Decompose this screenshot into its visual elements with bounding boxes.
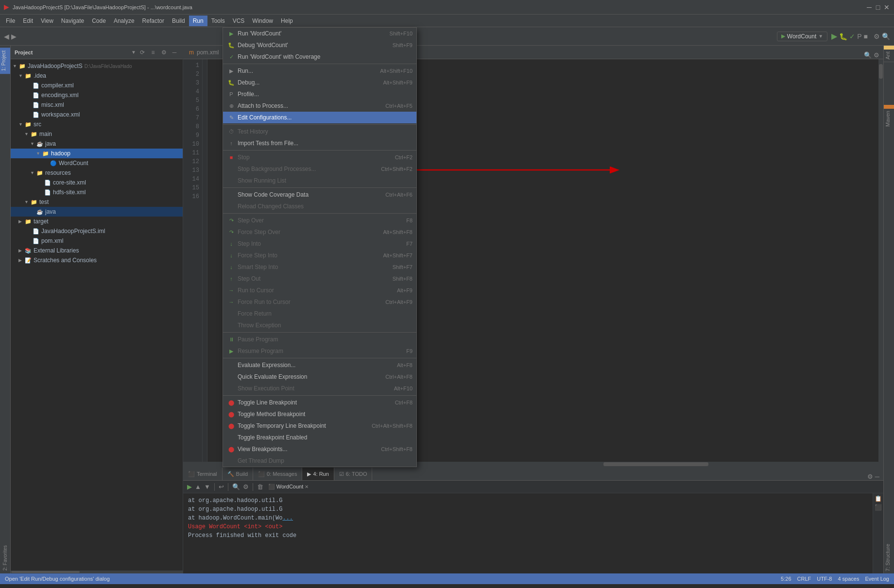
dd-toggle-bp-enabled[interactable]: Toggle Breakpoint Enabled	[223, 432, 416, 443]
dd-toggle-method-bp[interactable]: ⬤ Toggle Method Breakpoint	[223, 408, 416, 420]
stop-button[interactable]: ■	[864, 33, 868, 40]
tree-item-iml[interactable]: 📄 JavaHadoopProjectS.iml	[11, 226, 183, 236]
dd-debug-wordcount[interactable]: 🐛 Debug 'WordCount' Shift+F9	[223, 39, 416, 51]
editor-search-icon[interactable]: 🔍	[864, 51, 872, 59]
tree-item-misc[interactable]: 📄 misc.xml	[11, 100, 183, 110]
tree-item-compiler[interactable]: 📄 compiler.xml	[11, 81, 183, 90]
bottom-hide-icon[interactable]: ─	[875, 473, 879, 480]
project-panel-tab[interactable]: 1: Project	[0, 48, 10, 74]
dd-debug-any[interactable]: 🐛 Debug... Alt+Shift+F9	[223, 77, 416, 88]
bottom-right-icon2[interactable]: ⬛	[875, 504, 882, 511]
menu-file[interactable]: File	[2, 16, 19, 26]
dd-toggle-line-bp[interactable]: ⬤ Toggle Line Breakpoint Ctrl+F8	[223, 397, 416, 408]
run-filter-icon[interactable]: 🔍	[232, 483, 240, 490]
profile-button[interactable]: P	[857, 33, 861, 40]
dd-quick-eval[interactable]: Quick Evaluate Expression Ctrl+Alt+F8	[223, 371, 416, 383]
editor-gear-icon[interactable]: ⚙	[874, 51, 879, 59]
tab-run[interactable]: ▶ 4: Run	[302, 468, 334, 480]
tree-item-extlibs[interactable]: ▶ 📚 External Libraries	[11, 246, 183, 255]
menu-build[interactable]: Build	[168, 16, 189, 26]
menu-run[interactable]: Run	[189, 16, 207, 26]
favorites-tab[interactable]: 2: Favorites	[1, 542, 9, 573]
debug-button[interactable]: 🐛	[839, 33, 847, 40]
run-config-selector[interactable]: ▶ WordCount ▼	[777, 32, 827, 41]
tab-messages[interactable]: ⬛ 0: Messages	[253, 468, 302, 480]
bottom-right-icon1[interactable]: 📋	[875, 495, 882, 502]
bottom-settings-icon[interactable]: ⚙	[867, 473, 873, 480]
search-button[interactable]: 🔍	[882, 33, 890, 40]
dd-import-tests[interactable]: ↑ Import Tests from File...	[223, 137, 416, 149]
tree-item-hadoop[interactable]: ▼ 📁 hadoop	[11, 149, 183, 158]
tree-item-core-site[interactable]: 📄 core-site.xml	[11, 178, 183, 187]
menu-tools[interactable]: Tools	[207, 16, 229, 26]
tree-item-workspace[interactable]: 📄 workspace.xml	[11, 110, 183, 119]
toolbar-back-icon[interactable]: ◀	[4, 33, 9, 40]
tree-item-scratches[interactable]: ▶ 📝 Scratches and Consoles	[11, 255, 183, 265]
tab-build[interactable]: 🔨 Build	[223, 468, 253, 480]
dd-run-any[interactable]: ▶ Run... Alt+Shift+F10	[223, 65, 416, 77]
dd-view-bps[interactable]: ⬤ View Breakpoints... Ctrl+Shift+F8	[223, 443, 416, 455]
run-down-icon[interactable]: ▼	[204, 483, 210, 490]
coverage-button[interactable]: ✓	[849, 33, 855, 40]
run-settings-icon[interactable]: ⚙	[243, 483, 249, 490]
project-options-icon[interactable]: ▼	[131, 50, 136, 55]
dd-toggle-temp-bp[interactable]: ⬤ Toggle Temporary Line Breakpoint Ctrl+…	[223, 420, 416, 432]
tree-item-main[interactable]: ▼ 📁 main	[11, 129, 183, 139]
bottom-tabs: ⬛ Terminal 🔨 Build ⬛ 0: Messages ▶ 4: Ru…	[183, 467, 883, 481]
menu-help[interactable]: Help	[277, 16, 297, 26]
menu-code[interactable]: Code	[88, 16, 110, 26]
tab-project-btn[interactable]: m pom.xml	[183, 46, 225, 59]
tree-item-src[interactable]: ▼ 📁 src	[11, 119, 183, 129]
maven-tab[interactable]: Maven	[884, 109, 894, 129]
menu-vcs[interactable]: VCS	[229, 16, 249, 26]
run-button[interactable]: ▶	[831, 32, 837, 41]
ant-tab[interactable]: Ant	[884, 50, 894, 62]
dd-run-coverage[interactable]: ✓ Run 'WordCount' with Coverage	[223, 51, 416, 63]
menu-edit[interactable]: Edit	[19, 16, 37, 26]
tree-item-hdfs-site[interactable]: 📄 hdfs-site.xml	[11, 187, 183, 197]
tree-item-wordcount[interactable]: 🔵 WordCount	[11, 158, 183, 168]
toolbar-forward-icon[interactable]: ▶	[11, 33, 17, 40]
dd-attach[interactable]: ⊕ Attach to Process... Ctrl+Alt+F5	[223, 100, 416, 112]
minimize-button[interactable]: ─	[866, 4, 873, 11]
settings-button[interactable]: ⚙	[874, 33, 880, 40]
tree-item-java2[interactable]: ☕ java	[11, 207, 183, 217]
run-play-icon[interactable]: ▶	[187, 483, 192, 490]
tab-todo[interactable]: ☑ 6: TODO	[334, 468, 373, 480]
dd-coverage-data[interactable]: Show Code Coverage Data Ctrl+Alt+F6	[223, 189, 416, 201]
menu-view[interactable]: View	[37, 16, 57, 26]
editor-scrollbar[interactable]	[878, 59, 883, 462]
tree-item-root[interactable]: ▼ 📁 JavaHadoopProjectS D:\JavaFile\JavaH…	[11, 61, 183, 71]
run-wrap-icon[interactable]: ↩	[219, 483, 224, 490]
tree-item-pom[interactable]: 📄 pom.xml	[11, 236, 183, 246]
dd-toggle-bp-enabled-label: Toggle Breakpoint Enabled	[238, 434, 413, 441]
structure-tab[interactable]: 7: Structure	[884, 542, 892, 573]
dd-eval-expr[interactable]: Evaluate Expression... Alt+F8	[223, 359, 416, 371]
tree-arrow-idea: ▼	[18, 73, 24, 78]
dd-profile[interactable]: P Profile...	[223, 88, 416, 100]
event-log[interactable]: Event Log	[865, 576, 889, 582]
run-tab-close[interactable]: ✕	[305, 484, 309, 489]
close-button[interactable]: ✕	[883, 4, 890, 11]
tree-arrow-java: ▼	[30, 141, 36, 146]
tree-item-resources[interactable]: ▼ 📁 resources	[11, 168, 183, 178]
run-clear-icon[interactable]: 🗑	[257, 483, 263, 490]
tree-item-target[interactable]: ▶ 📁 target	[11, 217, 183, 226]
project-collapse-icon[interactable]: ≡	[149, 48, 157, 57]
run-up-icon[interactable]: ▲	[195, 483, 201, 490]
tree-item-test[interactable]: ▼ 📁 test	[11, 197, 183, 207]
project-sync-icon[interactable]: ⟳	[138, 48, 147, 57]
tree-item-encodings[interactable]: 📄 encodings.xml	[11, 90, 183, 100]
tree-item-java[interactable]: ▼ ☕ java	[11, 139, 183, 149]
maximize-button[interactable]: □	[875, 4, 881, 11]
menu-window[interactable]: Window	[248, 16, 277, 26]
dd-edit-config[interactable]: ✎ Edit Configurations...	[223, 112, 416, 123]
dd-run-wordcount[interactable]: ▶ Run 'WordCount' Shift+F10	[223, 28, 416, 39]
menu-refactor[interactable]: Refactor	[138, 16, 168, 26]
menu-navigate[interactable]: Navigate	[57, 16, 88, 26]
tab-terminal[interactable]: ⬛ Terminal	[183, 468, 223, 480]
menu-analyze[interactable]: Analyze	[110, 16, 138, 26]
tree-item-idea[interactable]: ▼ 📁 .idea	[11, 71, 183, 81]
project-hide-icon[interactable]: ─	[170, 48, 179, 57]
project-settings-icon[interactable]: ⚙	[159, 48, 168, 57]
